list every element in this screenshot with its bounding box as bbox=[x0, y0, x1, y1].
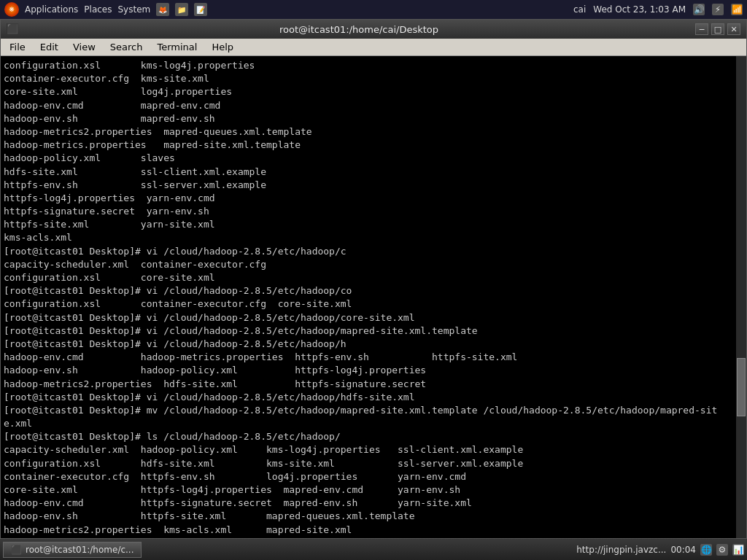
terminal-content[interactable]: configuration.xsl kms-log4j.properties c… bbox=[1, 56, 746, 559]
terminal-menu[interactable]: Terminal bbox=[151, 39, 203, 55]
output-line-17: [root@itcast01 Desktop]# vi /cloud/hadoo… bbox=[4, 284, 743, 298]
minimize-button[interactable]: ─ bbox=[695, 23, 708, 35]
os-logo: ❋ bbox=[4, 2, 19, 17]
output-line-8: hdfs-site.xml ssl-client.xml.example bbox=[4, 166, 743, 179]
taskbar-terminal-label: root@itcast01:/home/c... bbox=[26, 545, 133, 555]
output-line-22: hadoop-env.cmd hadoop-metrics.properties… bbox=[4, 351, 743, 364]
output-line-21: [root@itcast01 Desktop]# vi /cloud/hadoo… bbox=[4, 338, 743, 351]
output-line-33: hadoop-env.cmd httpfs-signature.secret m… bbox=[4, 497, 743, 510]
applications-menu[interactable]: Applications bbox=[25, 4, 78, 15]
output-line-31: container-executor.cfg httpfs-env.sh log… bbox=[4, 470, 743, 483]
output-line-18: configuration.xsl container-executor.cfg… bbox=[4, 298, 743, 311]
maximize-button[interactable]: □ bbox=[711, 23, 724, 35]
output-line-24: hadoop-metrics2.properties hdfs-site.xml… bbox=[4, 378, 743, 391]
file-menu[interactable]: File bbox=[4, 39, 31, 55]
help-menu[interactable]: Help bbox=[206, 39, 239, 55]
datetime-display: Wed Oct 23, 1:03 AM bbox=[593, 4, 686, 15]
output-line-15: capacity-scheduler.xml container-executo… bbox=[4, 258, 743, 271]
firefox-icon[interactable]: 🦊 bbox=[156, 3, 169, 16]
output-line-20: [root@itcast01 Desktop]# vi /cloud/hadoo… bbox=[4, 324, 743, 338]
output-line-32: core-site.xml httpfs-log4j.properties ma… bbox=[4, 483, 743, 497]
output-line-11: httpfs-signature.secret yarn-env.sh bbox=[4, 205, 743, 218]
taskbar-terminal-icon: ⬛ bbox=[11, 545, 22, 555]
output-line-16: configuration.xsl core-site.xml bbox=[4, 271, 743, 284]
output-line-28: [root@itcast01 Desktop]# ls /cloud/hadoo… bbox=[4, 430, 743, 443]
output-line-27: e.xml bbox=[4, 417, 743, 430]
close-button[interactable]: ✕ bbox=[727, 23, 740, 35]
terminal-window: ⬛ root@itcast01:/home/cai/Desktop ─ □ ✕ … bbox=[0, 19, 747, 560]
output-line-12: httpfs-site.xml yarn-site.xml bbox=[4, 218, 743, 231]
taskbar-sys2-icon[interactable]: 📊 bbox=[732, 544, 744, 556]
output-line-35: hadoop-metrics2.properties kms-acls.xml … bbox=[4, 524, 743, 537]
window-controls: ─ □ ✕ bbox=[695, 23, 740, 35]
output-line-10: httpfs-log4j.properties yarn-env.cmd bbox=[4, 192, 743, 205]
taskbar: ⬛ root@itcast01:/home/c... http://jingpi… bbox=[0, 538, 747, 560]
output-line-26: [root@itcast01 Desktop]# mv /cloud/hadoo… bbox=[4, 404, 743, 417]
output-line-2: core-site.xml log4j.properties bbox=[4, 85, 743, 98]
scrollbar-thumb[interactable] bbox=[737, 358, 746, 416]
bluetooth-icon[interactable]: ⚡ bbox=[712, 4, 724, 15]
output-line-7: hadoop-policy.xml slaves bbox=[4, 152, 743, 165]
output-line-6: hadoop-metrics.properties mapred-site.xm… bbox=[4, 139, 743, 152]
terminal-output: configuration.xsl kms-log4j.properties c… bbox=[4, 59, 743, 550]
editor-icon[interactable]: 📝 bbox=[194, 3, 207, 16]
files-icon[interactable]: 📁 bbox=[175, 3, 188, 16]
volume-icon[interactable]: 🔊 bbox=[693, 4, 705, 15]
taskbar-url: http://jingpin.javzc... bbox=[576, 545, 666, 555]
output-line-25: [root@itcast01 Desktop]# vi /cloud/hadoo… bbox=[4, 391, 743, 404]
titlebar-left: ⬛ bbox=[7, 23, 23, 35]
output-line-3: hadoop-env.cmd mapred-env.cmd bbox=[4, 99, 743, 112]
terminal-window-icon: ⬛ bbox=[7, 23, 18, 35]
menu-bar: File Edit View Search Terminal Help bbox=[1, 39, 746, 56]
system-bar-left: ❋ Applications Places System 🦊 📁 📝 bbox=[4, 2, 207, 17]
output-line-29: capacity-scheduler.xml hadoop-policy.xml… bbox=[4, 443, 743, 456]
output-line-14: [root@itcast01 Desktop]# vi /cloud/hadoo… bbox=[4, 245, 743, 258]
titlebar-title: root@itcast01:/home/cai/Desktop bbox=[23, 24, 695, 35]
output-line-19: [root@itcast01 Desktop]# vi /cloud/hadoo… bbox=[4, 311, 743, 324]
taskbar-right: http://jingpin.javzc... 00:04 🌐 ⚙ 📊 bbox=[576, 544, 744, 556]
output-line-34: hadoop-env.sh httpfs-site.xml mapred-que… bbox=[4, 510, 743, 523]
output-line-13: kms-acls.xml bbox=[4, 231, 743, 244]
output-line-1: container-executor.cfg kms-site.xml bbox=[4, 72, 743, 85]
taskbar-terminal-item[interactable]: ⬛ root@itcast01:/home/c... bbox=[3, 542, 142, 558]
output-line-5: hadoop-metrics2.properties mapred-queues… bbox=[4, 125, 743, 139]
view-menu[interactable]: View bbox=[67, 39, 101, 55]
output-line-30: configuration.xsl hdfs-site.xml kms-site… bbox=[4, 457, 743, 470]
system-menu[interactable]: System bbox=[117, 4, 150, 15]
network-icon[interactable]: 📶 bbox=[731, 4, 743, 15]
taskbar-time: 00:04 bbox=[670, 545, 696, 555]
output-line-23: hadoop-env.sh hadoop-policy.xml httpfs-l… bbox=[4, 364, 743, 377]
system-bar-right: cai Wed Oct 23, 1:03 AM 🔊 ⚡ 📶 bbox=[573, 4, 743, 15]
edit-menu[interactable]: Edit bbox=[34, 39, 64, 55]
search-menu[interactable]: Search bbox=[104, 39, 149, 55]
places-menu[interactable]: Places bbox=[84, 4, 112, 15]
taskbar-network-icon[interactable]: 🌐 bbox=[700, 544, 712, 556]
terminal-titlebar: ⬛ root@itcast01:/home/cai/Desktop ─ □ ✕ bbox=[1, 20, 746, 39]
output-line-0: configuration.xsl kms-log4j.properties bbox=[4, 59, 743, 72]
output-line-9: httpfs-env.sh ssl-server.xml.example bbox=[4, 179, 743, 192]
system-bar: ❋ Applications Places System 🦊 📁 📝 cai W… bbox=[0, 0, 747, 19]
taskbar-sys1-icon[interactable]: ⚙ bbox=[716, 544, 728, 556]
scrollbar[interactable] bbox=[736, 56, 746, 559]
output-line-4: hadoop-env.sh mapred-env.sh bbox=[4, 112, 743, 125]
username-display: cai bbox=[573, 4, 586, 15]
